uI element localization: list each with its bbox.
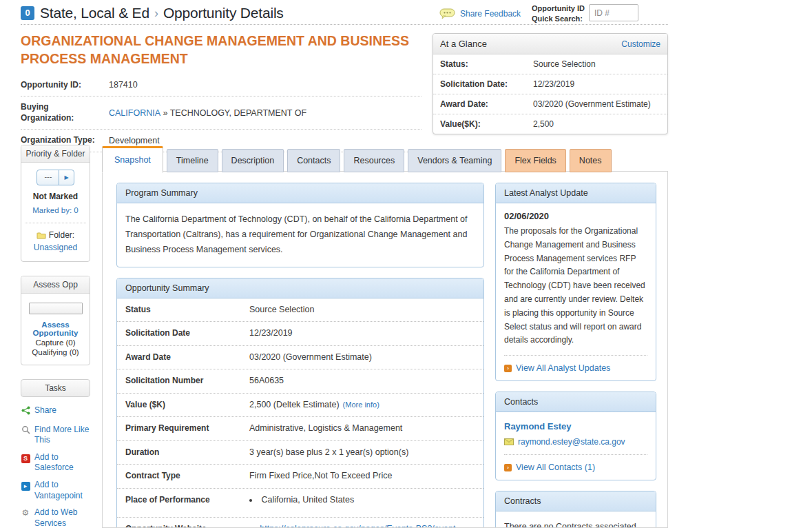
qualifying-count: Qualifying (0) xyxy=(25,348,86,356)
dropdown-arrow-icon: ▶ xyxy=(59,170,73,185)
opportunity-id-value: 187410 xyxy=(109,80,138,90)
tab-notes[interactable]: Notes xyxy=(570,149,612,172)
salesforce-icon: S xyxy=(21,453,30,464)
tab-resources[interactable]: Resources xyxy=(344,149,404,172)
buying-organization-row: Buying Organization: CALIFORNIA » TECHNO… xyxy=(21,97,421,130)
task-share[interactable]: Share xyxy=(21,405,90,418)
task-add-to-salesforce[interactable]: S Add to Salesforce xyxy=(21,452,90,474)
view-all-contacts-link[interactable]: › View All Contacts (1) xyxy=(504,463,647,472)
opportunity-website-link[interactable]: https://caleprocure.ca.gov/pages/Events-… xyxy=(260,523,475,528)
marked-by-link[interactable]: Marked by: 0 xyxy=(32,206,78,214)
contracts-panel: Contracts There are no Contracts associa… xyxy=(495,491,656,528)
envelope-icon xyxy=(504,438,514,445)
divider xyxy=(504,454,647,455)
tab-bar: Snapshot Timeline Description Contacts R… xyxy=(102,146,615,172)
not-marked-label: Not Marked xyxy=(25,192,86,201)
tasks-panel-title: Tasks xyxy=(21,379,90,397)
at-a-glance-panel: At a Glance Customize Status:Source Sele… xyxy=(433,33,668,134)
tasks-list: Share Find More Like This S Add to Sales… xyxy=(21,405,90,528)
assess-opp-title: Assess Opp xyxy=(21,276,90,294)
contracts-title: Contracts xyxy=(496,491,656,511)
tab-description[interactable]: Description xyxy=(222,149,284,172)
buying-organization-state-link[interactable]: CALIFORNIA xyxy=(109,108,160,118)
task-add-to-vantagepoint[interactable]: ▸ Add to Vantagepoint xyxy=(21,480,90,501)
contacts-panel: Contacts Raymond Estey raymond.estey@sta… xyxy=(495,392,656,480)
field-label: Opportunity ID: xyxy=(21,80,109,91)
summary-opportunity-website-row: Opportunity Website https://caleprocure.… xyxy=(117,518,483,528)
task-find-more-like-this[interactable]: Find More Like This xyxy=(21,425,90,446)
arrow-right-icon: › xyxy=(504,464,512,471)
share-feedback-label: Share Feedback xyxy=(460,9,521,19)
at-a-glance-title: At a Glance xyxy=(440,39,487,49)
glance-solicitation-date-row: Solicitation Date:12/23/2019 xyxy=(433,74,667,94)
contact-email-row[interactable]: raymond.estey@state.ca.gov xyxy=(504,437,647,447)
task-add-to-web-services-download[interactable]: ⚙ Add to Web Services Download xyxy=(21,507,90,528)
breadcrumb-separator-icon: › xyxy=(154,6,158,21)
summary-duration-row: Duration3 year(s) base plus 2 x 1 year(s… xyxy=(117,441,483,465)
breadcrumb-section[interactable]: State, Local & Ed xyxy=(40,5,149,21)
left-sidebar: Priority & Folder --- ▶ Not Marked Marke… xyxy=(21,145,90,528)
quick-search-label: Opportunity ID Quick Search: xyxy=(532,3,585,24)
tab-timeline[interactable]: Timeline xyxy=(167,149,218,172)
opportunity-id-quick-search-input[interactable] xyxy=(589,4,638,21)
analyst-update-text: The proposals for the Organizational Cha… xyxy=(504,225,647,347)
opportunity-id-row: Opportunity ID: 187410 xyxy=(21,74,421,97)
opportunity-title: ORGANIZATIONAL CHANGE MANAGEMENT AND BUS… xyxy=(21,32,421,68)
opportunity-title-block: ORGANIZATIONAL CHANGE MANAGEMENT AND BUS… xyxy=(21,32,421,152)
assess-opp-panel: Assess Opp Assess Opportunity Capture (0… xyxy=(21,276,90,365)
view-all-analyst-updates-link[interactable]: › View All Analyst Updates xyxy=(504,363,647,373)
snapshot-tab-content: Program Summary The California Departmen… xyxy=(102,171,668,528)
assess-progress-bar xyxy=(29,303,83,314)
summary-solicitation-number-row: Solicitation Number56A0635 xyxy=(117,369,483,394)
assess-opportunity-link[interactable]: Assess Opportunity xyxy=(25,321,86,337)
program-summary-panel: Program Summary The California Departmen… xyxy=(116,183,484,267)
share-icon xyxy=(21,406,30,418)
opportunity-summary-title: Opportunity Summary xyxy=(117,278,483,298)
divider xyxy=(504,355,647,356)
gear-icon: ⚙ xyxy=(21,508,30,519)
share-feedback-button[interactable]: Share Feedback xyxy=(439,8,521,19)
alert-count-badge[interactable]: 0 xyxy=(21,6,34,20)
glance-value-row: Value($K):2,500 xyxy=(433,114,667,134)
speech-bubble-icon xyxy=(439,8,456,19)
summary-value-row: Value ($K) 2,500 (Deltek Estimate)(More … xyxy=(117,394,483,418)
divider xyxy=(25,223,86,223)
folder-icon xyxy=(37,232,46,239)
summary-status-row: StatusSource Selection xyxy=(117,298,483,323)
priority-dropdown-button[interactable]: --- ▶ xyxy=(37,170,74,185)
more-info-link[interactable]: (More info) xyxy=(343,400,379,409)
folder-label: Folder: xyxy=(49,230,74,240)
contacts-title: Contacts xyxy=(496,392,656,412)
header-divider xyxy=(21,24,668,25)
field-label: Buying Organization: xyxy=(21,102,109,123)
tab-vendors-teaming[interactable]: Vendors & Teaming xyxy=(408,149,501,172)
glance-status-row: Status:Source Selection xyxy=(433,54,667,74)
priority-folder-title: Priority & Folder xyxy=(21,145,90,163)
priority-folder-panel: Priority & Folder --- ▶ Not Marked Marke… xyxy=(21,145,90,262)
opportunity-summary-panel: Opportunity Summary StatusSource Selecti… xyxy=(116,278,484,528)
tab-flex-fields[interactable]: Flex Fields xyxy=(505,149,565,172)
organization-type-value: Development xyxy=(109,136,160,145)
vantagepoint-icon: ▸ xyxy=(21,480,30,491)
latest-analyst-update-title: Latest Analyst Update xyxy=(496,183,656,203)
summary-solicitation-date-row: Solicitation Date12/23/2019 xyxy=(117,322,483,346)
summary-award-date-row: Award Date03/2020 (Government Estimate) xyxy=(117,346,483,370)
summary-contract-type-row: Contract TypeFirm Fixed Price,Not To Exc… xyxy=(117,465,483,489)
glance-award-date-row: Award Date:03/2020 (Government Estimate) xyxy=(433,94,667,114)
customize-link[interactable]: Customize xyxy=(621,39,660,49)
folder-unassigned-link[interactable]: Unassigned xyxy=(34,243,77,252)
search-icon xyxy=(21,425,30,438)
capture-count: Capture (0) xyxy=(25,338,86,347)
contact-name-link[interactable]: Raymond Estey xyxy=(504,421,572,431)
latest-analyst-update-panel: Latest Analyst Update 02/06/2020 The pro… xyxy=(495,183,656,381)
page-title: Opportunity Details xyxy=(163,5,284,21)
program-summary-text: The California Department of Technology … xyxy=(117,203,483,267)
tab-contacts[interactable]: Contacts xyxy=(287,149,340,172)
buying-organization-dept: » TECHNOLOGY, DEPARTMENT OF xyxy=(160,108,306,118)
arrow-right-icon: › xyxy=(504,365,512,372)
tab-snapshot[interactable]: Snapshot xyxy=(102,146,163,173)
summary-primary-requirement-row: Primary RequirementAdministrative, Logis… xyxy=(117,417,483,441)
summary-place-of-performance-row: Place of Performance California, United … xyxy=(117,489,483,518)
program-summary-title: Program Summary xyxy=(117,183,483,203)
breadcrumb: 0 State, Local & Ed › Opportunity Detail… xyxy=(21,5,284,21)
